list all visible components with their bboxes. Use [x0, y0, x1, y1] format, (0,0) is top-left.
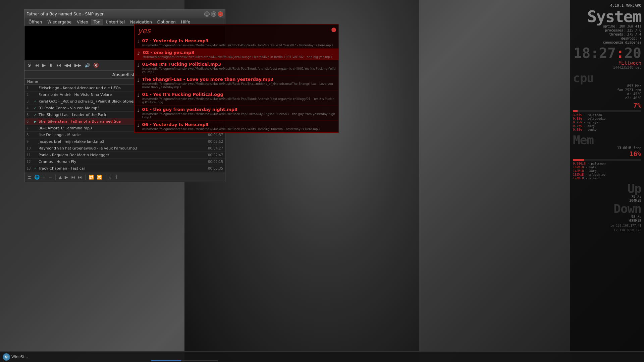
skip-next-btn[interactable]: ⏭ [77, 174, 83, 180]
playlist-item[interactable]: 8 Ilse De Lange - Miracle 00:04:37 [24, 132, 225, 138]
search-result-item[interactable]: ♪ 02 - one big yes.mp3 /run/media/fologn… [135, 49, 338, 60]
play-button[interactable]: ▶ [41, 62, 47, 68]
item-check: ▶ [34, 120, 39, 123]
search-result-icon: ♩ [137, 39, 140, 44]
search-result-item[interactable]: ♩ 07 - Yesterday Is Here.mp3 /run/media/… [135, 37, 338, 49]
search-result-title: 01 - the guy from yesterday night.mp3 [142, 107, 336, 112]
mem-proc-name: - albert [586, 177, 600, 180]
menu-video[interactable]: Video [74, 19, 91, 25]
mem-proc-item: 124MiB - albert [573, 177, 641, 180]
item-num: 10 [26, 146, 34, 150]
window-controls: _ □ ✕ [204, 11, 223, 17]
play-btn[interactable]: ▶ [64, 174, 69, 180]
save-btn[interactable]: ↑ [114, 174, 119, 180]
steam-label: WineSt... [11, 355, 28, 359]
search-result-title: 06 - Yesterday Is Here.mp3 [142, 122, 320, 127]
search-result-icon: ♩ [137, 93, 140, 98]
forward-button[interactable]: ▶▶ [73, 62, 82, 68]
cpu-proc-list: 3.65% - palemoon0.88% - pulseaudio0.75% … [573, 113, 641, 131]
search-result-icon: ♩ [137, 62, 140, 68]
down-speed: 98 /s [573, 215, 641, 219]
shuffle-btn[interactable]: 🔀 [96, 174, 103, 180]
menu-offnen[interactable]: Öffnen [26, 19, 45, 25]
mem-proc-pct: 124MiB [573, 177, 584, 180]
search-result-content: The Shangri-Las - Love you more than yes… [142, 77, 336, 89]
window-title: Father of a Boy named Sue - SMPlayer [26, 12, 104, 16]
separator2 [85, 175, 86, 180]
add-folder-btn[interactable]: + [42, 174, 47, 180]
repeat-btn[interactable]: 🔁 [88, 174, 95, 180]
item-num: 6 [26, 120, 34, 123]
item-num: 3 [26, 100, 34, 103]
taskbar-steam[interactable]: ⚙ WineSt... [0, 353, 31, 361]
mem-proc-name: - palemoon [587, 162, 605, 165]
item-check: ✓ [34, 167, 39, 170]
search-result-path: /run/media/folognom/intensiv-zwei/Mediat… [142, 82, 336, 89]
search-result-content: 07 - Yesterday Is Here.mp3 /run/media/fo… [142, 38, 333, 47]
item-num: 7 [26, 126, 34, 130]
rewind-button[interactable]: ◀◀ [63, 62, 72, 68]
item-duration: 00:04:27 [208, 146, 223, 150]
mute-button[interactable]: 🔇 [92, 62, 100, 68]
cpu-proc-pct: 0.88% [573, 117, 582, 120]
playlist-item[interactable]: 9 jacques brel - mijn vlakke land.mp3 00… [24, 138, 225, 145]
item-name: Ilse De Lange - Miracle [39, 133, 205, 137]
add-file-btn[interactable]: 🗀 [26, 174, 32, 180]
volume-button[interactable]: 🔊 [84, 62, 91, 68]
item-name: Cramps - Human Fly [39, 160, 205, 164]
mem-proc-name: - xfdesktop [586, 173, 606, 176]
remove-btn[interactable]: − [48, 174, 53, 180]
menu-ton[interactable]: Ton [91, 19, 103, 25]
search-result-path: /run/media/folognom/intensiv-zwei/Mediat… [142, 67, 336, 74]
search-close-btn[interactable]: ● [331, 26, 336, 33]
sysmon-mem-section: Mem 13.06iB free 16% 0.98GiB - palemoon1… [573, 134, 641, 180]
cpu-bar [573, 110, 578, 112]
item-num: 2 [26, 93, 34, 97]
search-result-content: 01-Yes It's Fucking Political.mp3 /run/m… [142, 62, 336, 74]
maximize-button[interactable]: □ [211, 11, 216, 17]
search-result-item[interactable]: ♩ 01 - Yes It's Fucking Political.ogg /r… [135, 90, 338, 106]
move-down-btn[interactable]: ↓ [108, 174, 113, 180]
separator3 [105, 175, 105, 180]
add-url-btn[interactable]: 🌐 [34, 174, 40, 180]
playlist-item[interactable]: 11 Panic - Requiem Dor Martin Heidegger … [24, 152, 225, 159]
item-num: 1 [26, 86, 34, 90]
mem-proc-item: 169MiB - kate [573, 166, 641, 169]
menu-untertitel[interactable]: Untertitel [103, 19, 127, 25]
playlist-item[interactable]: 10 Raymond van het Groenewoud - Je veux … [24, 145, 225, 152]
taskbar: ⚙ WineSt... [0, 351, 644, 362]
search-result-path: /run/media/folognom/intensiv-zwei/Mediat… [142, 127, 320, 131]
search-result-item[interactable]: ♩ 06 - Yesterday Is Here.mp3 /run/media/… [135, 121, 338, 132]
search-result-icon: ♩ [137, 77, 140, 83]
search-result-item[interactable]: ♩ 01 - the guy from yesterday night.mp3 … [135, 106, 338, 121]
search-dropdown: ● yes ♩ 07 - Yesterday Is Here.mp3 /run/… [134, 24, 339, 133]
taskbar-progress [151, 360, 218, 361]
item-duration: 00:02:47 [208, 153, 223, 157]
mem-proc-pct: 0.98GiB [573, 162, 586, 165]
pause-button[interactable]: ⏸ [48, 62, 54, 68]
playlist-item[interactable]: 12 Cramps - Human Fly 00:02:15 [24, 159, 225, 165]
minimize-button[interactable]: _ [204, 11, 210, 17]
search-query: yes [135, 24, 338, 37]
item-duration: 00:02:52 [208, 140, 223, 143]
mem-bar [573, 159, 584, 161]
titlebar: Father of a Boy named Sue - SMPlayer _ □… [24, 10, 225, 18]
mem-proc-name: - Xorg [586, 169, 597, 173]
ex-ip: Ex 178.0.50.120 [573, 229, 641, 232]
skip-prev-btn[interactable]: ⏮ [70, 174, 76, 180]
cpu-proc-name: - Xorg [584, 124, 595, 128]
stop-button[interactable]: ⊗ [26, 62, 32, 68]
sysmon-stats: uptime: 18h 36m 41s processes: 225 / 0 t… [573, 24, 641, 44]
search-result-item[interactable]: ♩ 01-Yes It's Fucking Political.mp3 /run… [135, 60, 338, 75]
cpu-proc-name: - conky [584, 128, 597, 131]
item-num: 13 [26, 167, 34, 170]
move-up-btn[interactable]: ▲ [58, 174, 63, 180]
playlist-item[interactable]: 13 ✓ Tracy Chapman - Fast car 00:05:35 [24, 165, 225, 172]
search-result-title: 07 - Yesterday Is Here.mp3 [142, 38, 333, 43]
prev-button[interactable]: ⏮ [34, 62, 40, 68]
net-down-stats: 98 /s 685MiB [573, 215, 641, 223]
search-result-item[interactable]: ♩ The Shangri-Las - Love you more than y… [135, 75, 338, 90]
close-button[interactable]: ✕ [218, 11, 223, 17]
menu-wiedergabe[interactable]: Wiedergabe [45, 19, 74, 25]
next-button[interactable]: ⏭ [56, 62, 62, 68]
